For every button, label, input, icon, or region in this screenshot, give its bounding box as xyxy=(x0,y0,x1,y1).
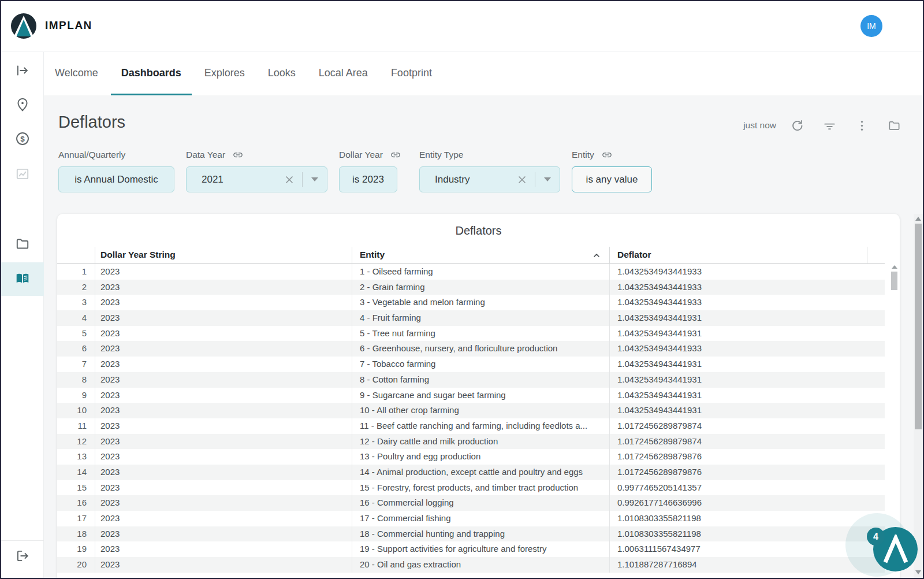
cell-deflator[interactable]: 1.0108303355821198 xyxy=(609,511,885,526)
expand-sidebar-icon[interactable] xyxy=(1,62,44,79)
filter-icon[interactable] xyxy=(822,118,836,132)
cell-entity[interactable]: 10 - All other crop farming xyxy=(352,403,609,418)
cell-entity[interactable]: 15 - Forestry, forest products, and timb… xyxy=(352,480,609,496)
table-row[interactable]: 4 2023 4 - Fruit farming 1.0432534943441… xyxy=(57,310,885,326)
page-scrollbar-thumb[interactable] xyxy=(915,224,922,429)
cell-deflator[interactable]: 1.0432534943441931 xyxy=(609,357,885,372)
cell-deflator[interactable]: 1.0432534943441931 xyxy=(609,310,885,326)
clear-filter-icon[interactable] xyxy=(516,174,528,185)
cell-deflator[interactable]: 1.0172456289879876 xyxy=(609,465,885,480)
table-row[interactable]: 16 2023 16 - Commercial logging 0.992617… xyxy=(57,495,885,511)
cell-dollar-year-string[interactable]: 2023 xyxy=(95,418,352,434)
cell-dollar-year-string[interactable]: 2023 xyxy=(95,557,352,573)
cell-deflator[interactable]: 1.0063111567434977 xyxy=(609,541,885,557)
cell-entity[interactable]: 8 - Cotton farming xyxy=(352,372,609,388)
table-row[interactable]: 10 2023 10 - All other crop farming 1.04… xyxy=(57,403,885,418)
location-pin-icon[interactable] xyxy=(1,96,44,113)
tab-welcome[interactable]: Welcome xyxy=(44,52,109,95)
refresh-icon[interactable] xyxy=(790,118,804,132)
table-row[interactable]: 8 2023 8 - Cotton farming 1.043253494344… xyxy=(57,372,885,388)
scroll-down-icon[interactable] xyxy=(915,570,921,574)
cell-dollar-year-string[interactable]: 2023 xyxy=(95,388,352,403)
cell-entity[interactable]: 4 - Fruit farming xyxy=(352,310,609,326)
cell-deflator[interactable]: 1.0432534943441931 xyxy=(609,403,885,418)
tab-dashboards[interactable]: Dashboards xyxy=(111,52,192,95)
cell-dollar-year-string[interactable]: 2023 xyxy=(95,526,352,542)
cell-deflator[interactable]: 1.0172456289879874 xyxy=(609,418,885,434)
table-row[interactable]: 17 2023 17 - Commercial fishing 1.010830… xyxy=(57,511,885,526)
scroll-up-icon[interactable] xyxy=(915,217,921,221)
cell-deflator[interactable]: 0.9977465205141357 xyxy=(609,480,885,496)
user-avatar[interactable]: IM xyxy=(860,15,882,37)
chevron-down-icon[interactable] xyxy=(303,177,327,181)
cell-deflator[interactable]: 1.0432534943441933 xyxy=(609,295,885,310)
column-header-dollar-year-string[interactable]: Dollar Year String xyxy=(95,247,352,264)
logout-icon[interactable] xyxy=(1,548,44,564)
dollar-circle-icon[interactable]: $ xyxy=(1,131,44,147)
more-options-icon[interactable] xyxy=(855,118,869,132)
filter-chip-data-year[interactable]: 2021 xyxy=(186,166,327,192)
filter-chip-entity[interactable]: is any value xyxy=(572,166,652,192)
cell-entity[interactable]: 7 - Tobacco farming xyxy=(352,357,609,372)
cell-dollar-year-string[interactable]: 2023 xyxy=(95,341,352,357)
cell-dollar-year-string[interactable]: 2023 xyxy=(95,480,352,496)
book-icon[interactable] xyxy=(1,270,44,287)
cell-dollar-year-string[interactable]: 2023 xyxy=(95,357,352,372)
cell-entity[interactable]: 2 - Grain farming xyxy=(352,280,609,295)
cell-entity[interactable]: 13 - Poultry and egg production xyxy=(352,449,609,465)
cell-deflator[interactable]: 1.0432534943441933 xyxy=(609,341,885,357)
cell-entity[interactable]: 5 - Tree nut farming xyxy=(352,326,609,342)
page-scrollbar[interactable] xyxy=(914,214,923,578)
cell-deflator[interactable]: 1.101887287716894 xyxy=(609,557,885,573)
scroll-up-icon[interactable] xyxy=(892,265,897,269)
filter-chip-dollar-year[interactable]: is 2023 xyxy=(339,166,397,192)
cell-entity[interactable]: 11 - Beef cattle ranching and farming, i… xyxy=(352,418,609,434)
cell-entity[interactable]: 14 - Animal production, except cattle an… xyxy=(352,465,609,480)
table-row[interactable]: 19 2023 19 - Support activities for agri… xyxy=(57,541,885,557)
cell-dollar-year-string[interactable]: 2023 xyxy=(95,511,352,526)
cell-deflator[interactable]: 1.0432534943441931 xyxy=(609,388,885,403)
cell-entity[interactable]: 6 - Greenhouse, nursery, and floricultur… xyxy=(352,341,609,357)
tab-looks[interactable]: Looks xyxy=(258,52,306,95)
cell-dollar-year-string[interactable]: 2023 xyxy=(95,264,352,280)
chart-icon[interactable] xyxy=(1,166,44,182)
cell-dollar-year-string[interactable]: 2023 xyxy=(95,295,352,310)
table-row[interactable]: 14 2023 14 - Animal production, except c… xyxy=(57,465,885,480)
cell-dollar-year-string[interactable]: 2023 xyxy=(95,465,352,480)
table-row[interactable]: 11 2023 11 - Beef cattle ranching and fa… xyxy=(57,418,885,434)
link-icon[interactable] xyxy=(602,150,612,160)
cell-entity[interactable]: 9 - Sugarcane and sugar beet farming xyxy=(352,388,609,403)
folder-icon[interactable] xyxy=(1,236,44,252)
table-row[interactable]: 2 2023 2 - Grain farming 1.0432534943441… xyxy=(57,280,885,295)
table-row[interactable]: 1 2023 1 - Oilseed farming 1.04325349434… xyxy=(57,264,885,280)
cell-deflator[interactable]: 1.0432534943441931 xyxy=(609,326,885,342)
cell-deflator[interactable]: 0.9926177146636996 xyxy=(609,495,885,511)
folder-move-icon[interactable] xyxy=(887,118,901,132)
cell-entity[interactable]: 19 - Support activities for agriculture … xyxy=(352,541,609,557)
table-row[interactable]: 13 2023 13 - Poultry and egg production … xyxy=(57,449,885,465)
cell-deflator[interactable]: 1.0172456289879876 xyxy=(609,449,885,465)
cell-dollar-year-string[interactable]: 2023 xyxy=(95,541,352,557)
table-row[interactable]: 7 2023 7 - Tobacco farming 1.04325349434… xyxy=(57,357,885,372)
filter-chip-entity-type[interactable]: Industry xyxy=(419,166,560,192)
cell-dollar-year-string[interactable]: 2023 xyxy=(95,403,352,418)
cell-entity[interactable]: 1 - Oilseed farming xyxy=(352,264,609,280)
cell-dollar-year-string[interactable]: 2023 xyxy=(95,372,352,388)
table-row[interactable]: 12 2023 12 - Dairy cattle and milk produ… xyxy=(57,434,885,450)
cell-entity[interactable]: 12 - Dairy cattle and milk production xyxy=(352,434,609,450)
table-row[interactable]: 9 2023 9 - Sugarcane and sugar beet farm… xyxy=(57,388,885,403)
cell-entity[interactable]: 20 - Oil and gas extraction xyxy=(352,557,609,573)
table-scrollbar-thumb[interactable] xyxy=(891,272,897,290)
cell-dollar-year-string[interactable]: 2023 xyxy=(95,310,352,326)
tab-local-area[interactable]: Local Area xyxy=(308,52,378,95)
cell-deflator[interactable]: 1.0172456289879874 xyxy=(609,434,885,450)
table-row[interactable]: 15 2023 15 - Forestry, forest products, … xyxy=(57,480,885,496)
cell-entity[interactable]: 16 - Commercial logging xyxy=(352,495,609,511)
cell-deflator[interactable]: 1.0432534943441933 xyxy=(609,264,885,280)
table-row[interactable]: 3 2023 3 - Vegetable and melon farming 1… xyxy=(57,295,885,310)
cell-entity[interactable]: 3 - Vegetable and melon farming xyxy=(352,295,609,310)
cell-entity[interactable]: 18 - Commercial hunting and trapping xyxy=(352,526,609,542)
cell-dollar-year-string[interactable]: 2023 xyxy=(95,434,352,450)
sort-ascending-icon[interactable] xyxy=(592,251,601,260)
column-header-entity[interactable]: Entity xyxy=(352,247,609,264)
